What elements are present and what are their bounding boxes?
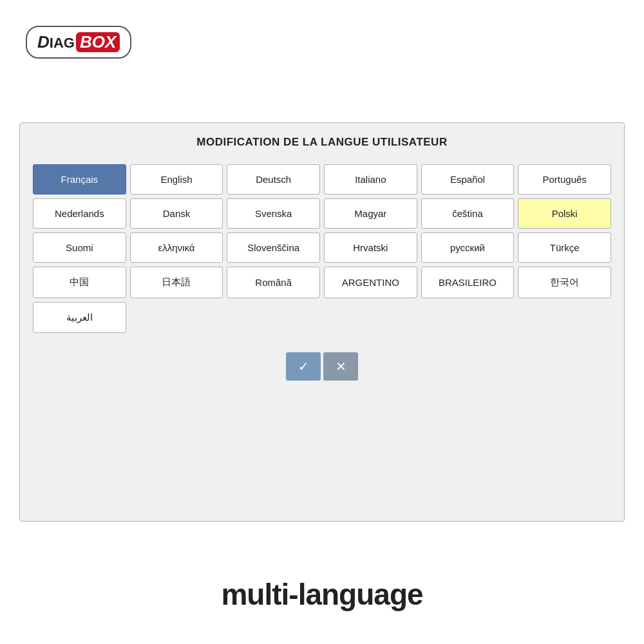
lang-btn-deutsch[interactable]: Deutsch [227,164,320,194]
cancel-button[interactable]: ✕ [323,352,358,381]
logo-area: DIAG BOX [26,26,131,59]
lang-btn-nederlands[interactable]: Nederlands [33,198,126,229]
lang-btn-francais[interactable]: Français [33,164,126,194]
lang-btn-arabic[interactable]: العربية [33,302,126,333]
lang-btn-italiano[interactable]: Italiano [324,164,417,194]
lang-btn-romana[interactable]: Română [227,267,320,298]
lang-btn-japanese[interactable]: 日本語 [130,267,223,298]
page-label: multi-language [0,577,644,612]
lang-btn-slovenscina[interactable]: Slovenščina [227,232,320,263]
dialog-title: MODIFICATION DE LA LANGUE UTILISATEUR [196,136,447,149]
lang-btn-magyar[interactable]: Magyar [324,198,417,229]
lang-btn-portugues[interactable]: Português [518,164,611,194]
lang-btn-russian[interactable]: русский [421,232,515,263]
lang-btn-korean[interactable]: 한국어 [518,267,611,298]
lang-btn-english[interactable]: English [130,164,223,194]
logo-box-text: BOX [76,32,120,52]
lang-btn-polski[interactable]: Polski [518,198,611,229]
lang-btn-argentino[interactable]: ARGENTINO [324,267,417,298]
lang-btn-dansk[interactable]: Dansk [130,198,223,229]
logo-diag-text: DIAG [37,32,75,52]
lang-btn-svenska[interactable]: Svenska [227,198,320,229]
lang-btn-cestina[interactable]: čeština [421,198,515,229]
language-dialog: MODIFICATION DE LA LANGUE UTILISATEUR Fr… [19,122,625,522]
lang-btn-chinese[interactable]: 中国 [33,267,126,298]
lang-btn-hrvatski[interactable]: Hrvatski [324,232,417,263]
confirm-button[interactable]: ✓ [286,352,321,381]
lang-btn-suomi[interactable]: Suomi [33,232,126,263]
dialog-actions: ✓ ✕ [286,352,358,381]
lang-btn-greek[interactable]: ελληνικά [130,232,223,263]
language-grid: FrançaisEnglishDeutschItalianoEspañolPor… [33,164,611,333]
lang-btn-turkce[interactable]: Türkçe [518,232,611,263]
lang-btn-brasileiro[interactable]: BRASILEIRO [421,267,515,298]
diagbox-logo: DIAG BOX [26,26,131,59]
lang-btn-espanol[interactable]: Español [421,164,515,194]
